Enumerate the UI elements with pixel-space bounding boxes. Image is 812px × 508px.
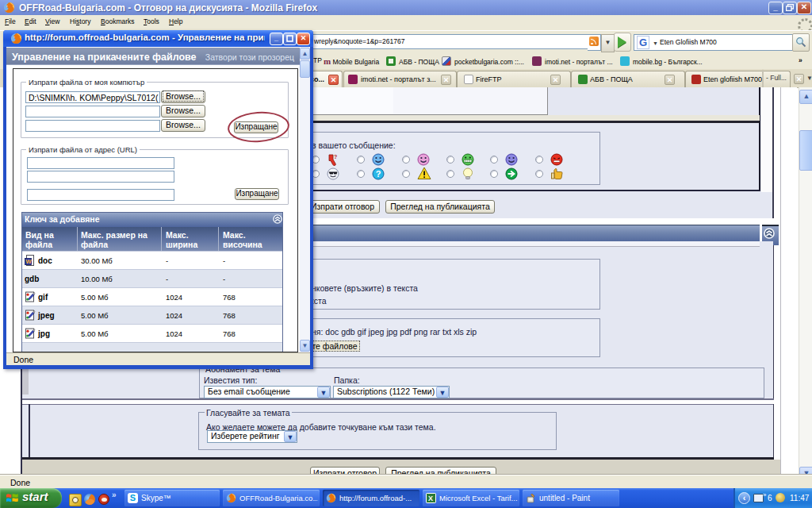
svg-text:W: W xyxy=(26,258,33,265)
svg-text:?: ? xyxy=(334,154,337,160)
svg-text:X: X xyxy=(428,495,433,502)
svg-text:?: ? xyxy=(376,169,381,179)
